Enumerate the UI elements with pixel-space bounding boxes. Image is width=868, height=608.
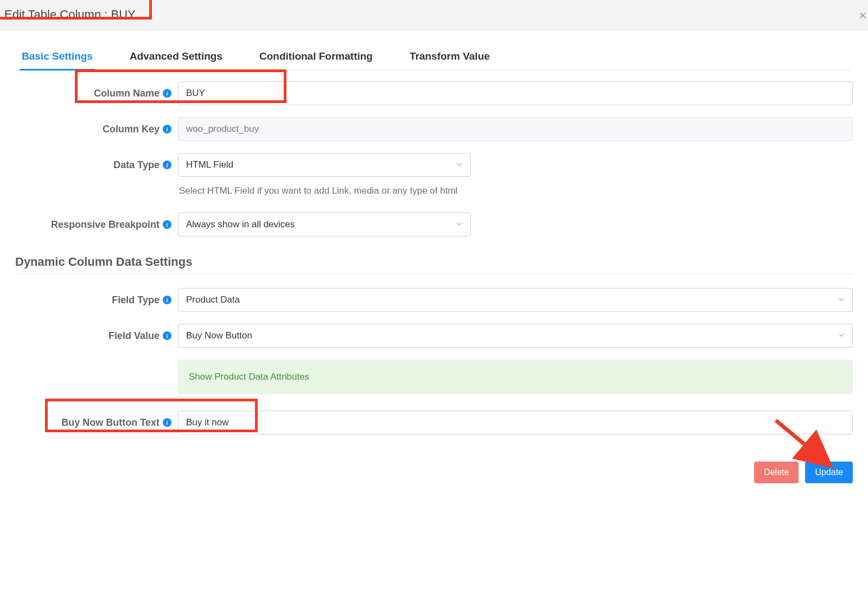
tab-conditional-formatting[interactable]: Conditional Formatting <box>257 43 375 71</box>
chevron-down-icon <box>456 219 463 230</box>
control-cell <box>178 81 853 105</box>
modal-header: Edit Table Column : BUY ✕ <box>0 0 868 30</box>
data-type-select[interactable]: HTML Field <box>178 153 471 177</box>
label-cell: Responsive Breakpoint i <box>15 219 178 231</box>
tabs: Basic Settings Advanced Settings Conditi… <box>15 43 853 71</box>
data-type-value: HTML Field <box>186 159 233 170</box>
control-cell: Buy Now Button <box>178 324 853 348</box>
modal-body: Basic Settings Advanced Settings Conditi… <box>0 43 868 451</box>
close-icon[interactable]: ✕ <box>859 10 867 22</box>
row-responsive: Responsive Breakpoint i Always show in a… <box>15 213 853 236</box>
info-icon[interactable]: i <box>163 331 171 340</box>
row-field-value: Field Value i Buy Now Button <box>15 324 853 348</box>
update-button[interactable]: Update <box>805 462 853 483</box>
modal-title: Edit Table Column : BUY <box>4 8 136 22</box>
info-icon[interactable]: i <box>163 220 171 229</box>
control-cell: Always show in all devices <box>178 213 853 236</box>
info-icon[interactable]: i <box>163 89 171 98</box>
buy-now-text-label: Buy Now Button Text <box>61 417 159 428</box>
buy-now-text-input[interactable] <box>178 411 853 434</box>
data-type-label: Data Type <box>113 159 159 171</box>
label-cell: Data Type i <box>15 159 178 171</box>
responsive-label: Responsive Breakpoint <box>51 219 159 231</box>
tab-basic-settings[interactable]: Basic Settings <box>20 43 95 71</box>
control-cell: HTML Field <box>178 153 853 177</box>
chevron-down-icon <box>838 330 845 341</box>
modal-footer: Delete Update <box>0 451 868 492</box>
form-area: Column Name i Column Key i Data Type i <box>15 71 853 434</box>
info-icon[interactable]: i <box>163 125 171 133</box>
label-cell: Column Key i <box>15 124 178 135</box>
label-cell: Column Name i <box>15 88 178 99</box>
tab-transform-value[interactable]: Transform Value <box>407 43 492 71</box>
field-value-label: Field Value <box>108 330 159 342</box>
show-attributes-banner[interactable]: Show Product Data Attributes <box>178 360 853 394</box>
label-cell: Field Type i <box>15 295 178 306</box>
field-value-select[interactable]: Buy Now Button <box>178 324 853 348</box>
row-column-key: Column Key i <box>15 117 853 141</box>
info-icon[interactable]: i <box>163 296 171 304</box>
column-name-label: Column Name <box>94 88 159 99</box>
row-buy-now-text: Buy Now Button Text i <box>15 411 853 434</box>
control-cell <box>178 411 853 434</box>
field-type-select[interactable]: Product Data <box>178 288 853 312</box>
column-key-label: Column Key <box>103 124 159 135</box>
field-type-label: Field Type <box>112 295 159 306</box>
info-icon[interactable]: i <box>163 418 171 427</box>
responsive-select[interactable]: Always show in all devices <box>178 213 471 236</box>
column-name-input[interactable] <box>178 81 853 105</box>
info-icon[interactable]: i <box>163 161 171 169</box>
dynamic-settings-heading: Dynamic Column Data Settings <box>15 255 853 274</box>
tab-advanced-settings[interactable]: Advanced Settings <box>127 43 225 71</box>
data-type-help: Select HTML Field if you want to add Lin… <box>178 185 853 196</box>
field-value-value: Buy Now Button <box>186 330 252 341</box>
control-cell: Product Data <box>178 288 853 312</box>
chevron-down-icon <box>456 159 463 170</box>
label-cell: Buy Now Button Text i <box>15 417 178 428</box>
row-data-type: Data Type i HTML Field <box>15 153 853 177</box>
responsive-value: Always show in all devices <box>186 219 295 230</box>
control-cell <box>178 117 853 141</box>
row-field-type: Field Type i Product Data <box>15 288 853 312</box>
delete-button[interactable]: Delete <box>754 462 799 483</box>
field-type-value: Product Data <box>186 295 240 305</box>
chevron-down-icon <box>838 295 845 305</box>
row-column-name: Column Name i <box>15 81 853 105</box>
label-cell: Field Value i <box>15 330 178 342</box>
column-key-input <box>178 117 853 141</box>
